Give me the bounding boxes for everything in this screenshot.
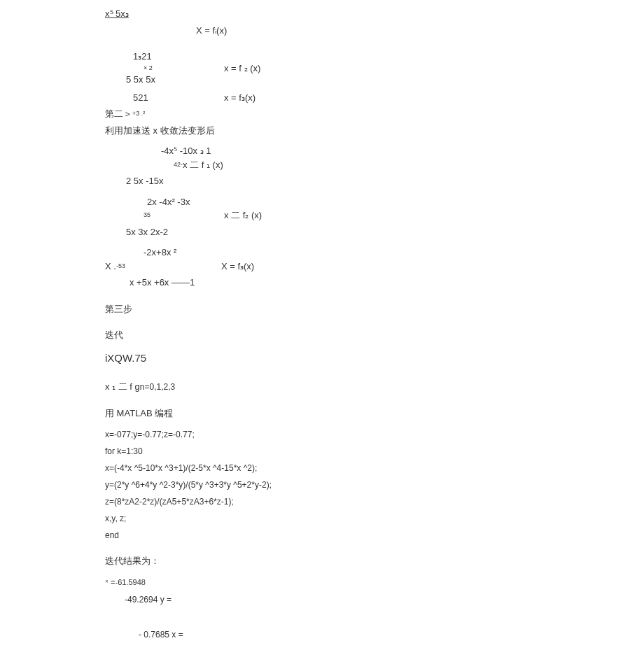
header-expr: x⁵ 5x₃ — [105, 7, 129, 21]
eq3-block: 521 x = f₃(x) — [105, 91, 532, 105]
step2-title-a: 第二＞ — [105, 107, 132, 121]
iter-b: n=0,1,2,3 — [140, 381, 175, 393]
eq3-line1: 521 — [133, 91, 224, 105]
matlab-l2: for k=1:30 — [105, 445, 532, 458]
iter-row: x ₁ 二 f g n=0,1,2,3 — [105, 380, 532, 394]
results-title: 迭代结果为： — [105, 554, 532, 568]
eq2-line1: 1₃21 — [133, 50, 224, 64]
matlab-l7: end — [105, 529, 532, 542]
g3-line1: -2x+8x ² — [144, 246, 532, 260]
step2-desc: 利用加速送 x 收敛法变形后 — [105, 124, 532, 138]
matlab-l5: z=(8*zA2-2*z)/(zA5+5*zA3+6*z-1); — [105, 495, 532, 508]
result-3: - 0.7685 x = — [139, 628, 532, 641]
g3-line2b: -53 — [116, 262, 221, 271]
matlab-l3: x=(-4*x ^5-10*x ^3+1)/(2-5*x ^4-15*x ^2)… — [105, 462, 532, 474]
eq1-row: X = fᵢ(x) — [196, 24, 532, 38]
g1-line3: 2 5x -15x — [126, 174, 532, 188]
eq2-block: 1₃21 × 2 5 5x 5x x = f ₂ (x) — [105, 50, 532, 87]
step2-g3: -2x+8x ² X . -53 X = f₃(x) x +5x +6x ——1 — [105, 246, 532, 290]
g3-rhs: X = f₃(x) — [221, 260, 254, 274]
eq2-rhs: x = f ₂ (x) — [224, 62, 260, 76]
matlab-l4: y=(2*y ^6+4*y ^2-3*y)/(5*y ^3+3*y ^5+2*y… — [105, 479, 532, 491]
header-row: x⁵ 5x₃ — [105, 7, 532, 21]
g1-line2a: 42- — [174, 160, 183, 170]
g3-line3: x +5x +6x ——1 — [130, 276, 532, 290]
step2-g2: 2x -4x² -3x 35 x 二 f₂ (x) 5x 3x 2x-2 — [105, 195, 532, 239]
g1-line2b: x 二 f ₁ (x) — [183, 158, 223, 172]
step3-sub1: 迭代 — [105, 328, 532, 342]
g3-line2a: X . — [105, 260, 116, 274]
step2-g1: -4x⁵ -10x ₃ 1 42- x 二 f ₁ (x) 2 5x -15x — [105, 144, 532, 188]
step2-title-b: +3 .² — [132, 109, 145, 119]
eq2-line3: 5 5x 5x — [126, 73, 224, 87]
eq3-rhs: x = f₃(x) — [224, 91, 255, 105]
matlab-title: 用 MATLAB 编程 — [105, 407, 532, 421]
document-body: x⁵ 5x₃ X = fᵢ(x) 1₃21 × 2 5 5x 5x x = f … — [0, 0, 532, 664]
step2-title: 第二＞ +3 .² — [105, 107, 532, 121]
g1-line1: -4x⁵ -10x ₃ 1 — [161, 144, 532, 158]
iter-a: x ₁ 二 f g — [105, 380, 140, 394]
g2-line3: 5x 3x 2x-2 — [126, 225, 532, 239]
result-2: -49.2694 y = — [105, 593, 532, 606]
g2-line1: 2x -4x² -3x — [147, 195, 532, 209]
g2-line2b: x 二 f₂ (x) — [224, 209, 262, 222]
eq2-line2: × 2 — [144, 64, 224, 73]
g2-line2a: 35 — [144, 211, 224, 220]
result-1: ˣ =-61.5948 — [105, 577, 532, 588]
step3-title: 第三步 — [105, 302, 532, 316]
step3-sub2: iXQW.75 — [105, 351, 532, 367]
matlab-l6: x,y, z; — [105, 512, 532, 525]
matlab-l1: x=-077;y=-0.77;z=-0.77; — [105, 428, 532, 441]
eq1-rhs: X = fᵢ(x) — [196, 24, 227, 38]
